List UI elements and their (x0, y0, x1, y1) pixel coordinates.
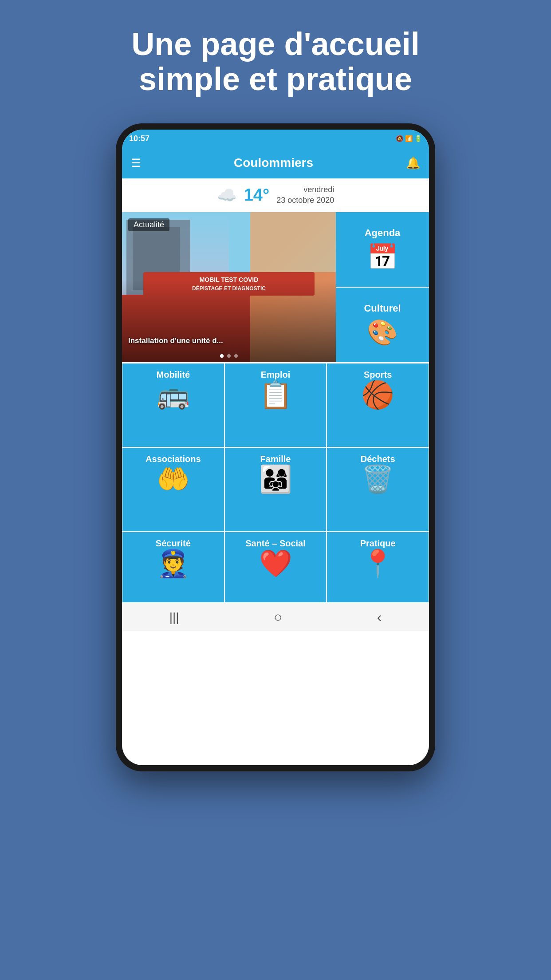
agenda-icon: 📅 (367, 242, 398, 272)
mute-icon: 🔕 (396, 135, 403, 142)
mobilite-label: Mobilité (157, 370, 190, 380)
weather-full-date: 23 octobre 2020 (276, 195, 334, 205)
culturel-icon: 🎨 (367, 318, 398, 347)
news-caption: Installation d'une unité d... (122, 333, 336, 349)
securite-label: Sécurité (156, 538, 191, 549)
sports-label: Sports (364, 370, 392, 380)
grid-row-3: Associations 🤲 Famille 👨‍👩‍👧 Déchets 🗑️ (122, 447, 429, 532)
news-badge: Actualité (128, 218, 169, 231)
dot-3 (234, 354, 238, 358)
securite-icon: 👮 (157, 550, 190, 577)
bottom-navigation: ||| ○ ‹ (122, 603, 429, 631)
mobilite-cell[interactable]: Mobilité 🚌 (122, 363, 224, 447)
associations-cell[interactable]: Associations 🤲 (122, 447, 224, 532)
weather-temperature: 14° (244, 186, 269, 205)
famille-label: Famille (260, 454, 291, 464)
dechets-label: Déchets (361, 454, 395, 464)
right-panels: Agenda 📅 Culturel 🎨 (336, 212, 429, 362)
sports-icon: 🏀 (361, 382, 394, 408)
battery-icon: 🔋 (414, 135, 422, 142)
associations-label: Associations (146, 454, 201, 464)
dot-2 (227, 354, 231, 358)
phone-screen: 10:57 🔕 📶 🔋 ☰ Coulommiers 🔔 ☁️ 14° vendr… (122, 130, 429, 765)
sante-social-label: Santé – Social (245, 538, 306, 549)
dot-1 (220, 354, 224, 358)
sports-cell[interactable]: Sports 🏀 (327, 363, 429, 447)
culturel-panel[interactable]: Culturel 🎨 (336, 288, 429, 362)
status-time: 10:57 (129, 134, 150, 143)
status-bar: 10:57 🔕 📶 🔋 (122, 130, 429, 147)
pratique-cell[interactable]: Pratique 📍 (327, 532, 429, 603)
weather-cloud-icon: ☁️ (217, 186, 237, 205)
notification-bell-icon[interactable]: 🔔 (406, 156, 420, 170)
phone-frame: 10:57 🔕 📶 🔋 ☰ Coulommiers 🔔 ☁️ 14° vendr… (116, 123, 435, 771)
famille-cell[interactable]: Famille 👨‍👩‍👧 (224, 447, 327, 532)
associations-icon: 🤲 (157, 466, 190, 493)
pratique-icon: 📍 (361, 550, 394, 577)
menu-button[interactable]: ☰ (131, 156, 141, 170)
page-title: Une page d'accueil simple et pratique (96, 27, 455, 97)
pratique-label: Pratique (360, 538, 396, 549)
weather-day: vendredi (276, 185, 334, 195)
dechets-icon: 🗑️ (361, 466, 394, 493)
mobilite-icon: 🚌 (157, 382, 190, 408)
phone-mockup: 10:57 🔕 📶 🔋 ☰ Coulommiers 🔔 ☁️ 14° vendr… (116, 123, 435, 949)
top-content-row: MOBIL TEST COVIDDÉPISTAGE ET DIAGNOSTIC … (122, 212, 429, 363)
agenda-label: Agenda (365, 227, 401, 239)
app-bar: ☰ Coulommiers 🔔 (122, 147, 429, 178)
grid-row-4: Sécurité 👮 Santé – Social ❤️ Pratique 📍 (122, 532, 429, 603)
agenda-panel[interactable]: Agenda 📅 (336, 212, 429, 288)
back-nav-button[interactable]: ‹ (377, 609, 382, 625)
emploi-icon: 📋 (259, 382, 292, 408)
app-title: Coulommiers (234, 156, 313, 170)
weather-date: vendredi 23 octobre 2020 (276, 185, 334, 205)
weather-bar: ☁️ 14° vendredi 23 octobre 2020 (122, 178, 429, 212)
page-title-line2: simple et pratique (139, 61, 412, 97)
home-nav-button[interactable]: ○ (274, 609, 282, 625)
news-carousel-dots (122, 354, 336, 358)
status-icons: 🔕 📶 🔋 (396, 135, 422, 142)
securite-cell[interactable]: Sécurité 👮 (122, 532, 224, 603)
wifi-icon: 📶 (405, 135, 413, 142)
grid-row-2: Mobilité 🚌 Emploi 📋 Sports 🏀 (122, 363, 429, 447)
famille-icon: 👨‍👩‍👧 (259, 466, 292, 493)
recents-nav-button[interactable]: ||| (169, 610, 179, 624)
dechets-cell[interactable]: Déchets 🗑️ (327, 447, 429, 532)
sante-social-cell[interactable]: Santé – Social ❤️ (224, 532, 327, 603)
emploi-label: Emploi (261, 370, 291, 380)
page-title-line1: Une page d'accueil (131, 26, 419, 62)
emploi-cell[interactable]: Emploi 📋 (224, 363, 327, 447)
sante-social-icon: ❤️ (259, 550, 292, 577)
news-panel[interactable]: MOBIL TEST COVIDDÉPISTAGE ET DIAGNOSTIC … (122, 212, 336, 362)
culturel-label: Culturel (364, 303, 401, 314)
